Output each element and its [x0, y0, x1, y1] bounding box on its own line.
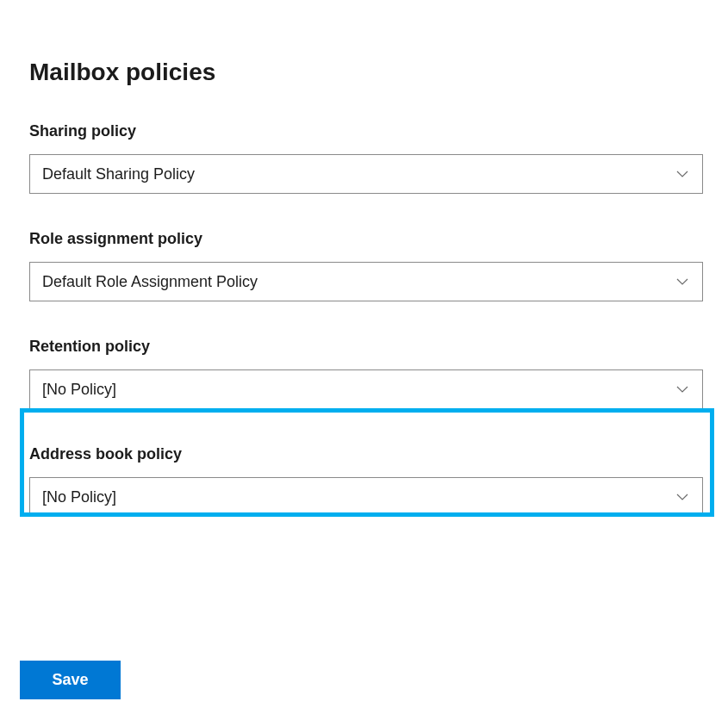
retention-policy-field: Retention policy [No Policy] [29, 338, 699, 409]
sharing-policy-select[interactable]: Default Sharing Policy [29, 154, 703, 194]
address-book-policy-field: Address book policy [No Policy] [29, 445, 699, 517]
address-book-policy-value: [No Policy] [42, 488, 676, 506]
role-assignment-policy-label: Role assignment policy [29, 230, 699, 248]
retention-policy-value: [No Policy] [42, 381, 676, 399]
address-book-policy-label: Address book policy [29, 445, 699, 463]
chevron-down-icon [676, 383, 688, 395]
retention-policy-label: Retention policy [29, 338, 699, 356]
chevron-down-icon [676, 276, 688, 288]
save-button[interactable]: Save [20, 661, 121, 699]
chevron-down-icon [676, 491, 688, 503]
chevron-down-icon [676, 168, 688, 180]
role-assignment-policy-value: Default Role Assignment Policy [42, 273, 676, 291]
page-title: Mailbox policies [29, 59, 699, 86]
sharing-policy-value: Default Sharing Policy [42, 165, 676, 183]
role-assignment-policy-field: Role assignment policy Default Role Assi… [29, 230, 699, 301]
sharing-policy-field: Sharing policy Default Sharing Policy [29, 122, 699, 194]
address-book-policy-select[interactable]: [No Policy] [29, 477, 703, 517]
sharing-policy-label: Sharing policy [29, 122, 699, 140]
retention-policy-select[interactable]: [No Policy] [29, 369, 703, 409]
role-assignment-policy-select[interactable]: Default Role Assignment Policy [29, 262, 703, 301]
